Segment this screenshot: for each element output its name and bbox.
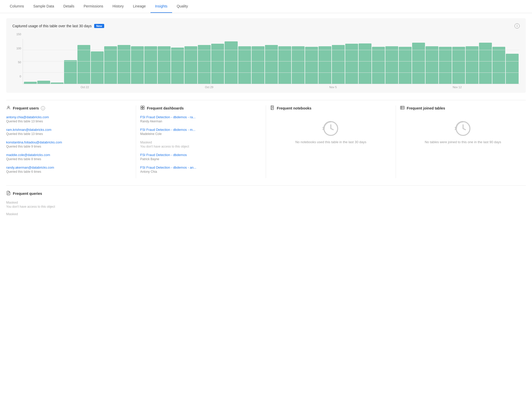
- bar-23[interactable]: [332, 45, 345, 84]
- chart-section: Captured usage of this table over the la…: [6, 18, 526, 93]
- bar-6[interactable]: [104, 46, 117, 84]
- bar-24[interactable]: [345, 44, 358, 84]
- dashboard-entry: FSI Fraud Detection - dbdemos - m... Mad…: [140, 128, 262, 136]
- bar-12[interactable]: [184, 46, 197, 84]
- user-entry: ram.krishnan@databricks.com Queried this…: [6, 128, 132, 136]
- dashboard-owner: Randy Akerman: [140, 120, 262, 123]
- bar-14[interactable]: [211, 44, 224, 84]
- x-label-nov12: Nov 12: [453, 86, 462, 89]
- bar-22[interactable]: [318, 46, 331, 84]
- tab-lineage[interactable]: Lineage: [128, 0, 150, 13]
- dashboards-list: FSI Fraud Detection - dbdemos - ra... Ra…: [140, 115, 262, 174]
- dashboard-name[interactable]: FSI Fraud Detection - dbdemos - m...: [140, 128, 262, 132]
- bar-31[interactable]: [439, 47, 452, 84]
- frequent-joined-tables-section: Frequent joined tables No tables were jo…: [396, 105, 526, 178]
- dashboard-name[interactable]: FSI Fraud Detection - dbdemos: [140, 153, 262, 157]
- bar-3[interactable]: [64, 60, 77, 84]
- bar-16[interactable]: [238, 46, 251, 84]
- chart-header: Captured usage of this table over the la…: [12, 23, 520, 29]
- bar-32[interactable]: [452, 47, 465, 84]
- bar-29[interactable]: [412, 43, 425, 84]
- bar-8[interactable]: [131, 46, 144, 84]
- query-masked-label: Masked: [6, 200, 526, 204]
- bar-27[interactable]: [385, 46, 398, 84]
- y-axis: 0 50 100 150: [12, 33, 23, 78]
- bar-7[interactable]: [118, 45, 130, 84]
- bar-0[interactable]: [24, 82, 37, 84]
- bar-2[interactable]: [51, 83, 64, 84]
- bar-4[interactable]: [77, 45, 90, 84]
- y-label-100: 100: [12, 47, 23, 50]
- user-query-count: Queried this table 8 times: [6, 157, 132, 161]
- svg-rect-4: [143, 108, 144, 110]
- bar-25[interactable]: [359, 43, 371, 84]
- dashboard-owner: Patrick Bayne: [140, 157, 262, 161]
- x-label-nov5: Nov 5: [329, 86, 337, 89]
- tab-bar: ColumnsSample DataDetailsPermissionsHist…: [0, 0, 532, 13]
- y-label-0: 0: [12, 75, 23, 78]
- bars-area: [23, 39, 520, 84]
- dashboard-icon: [140, 105, 145, 111]
- user-entry: konstantina.fotiadou@databricks.com Quer…: [6, 140, 132, 148]
- bar-17[interactable]: [252, 46, 264, 84]
- bar-18[interactable]: [265, 45, 278, 84]
- y-label-50: 50: [12, 61, 23, 64]
- svg-point-0: [8, 106, 9, 108]
- bar-30[interactable]: [425, 46, 438, 84]
- bar-13[interactable]: [198, 45, 211, 84]
- bar-28[interactable]: [399, 47, 412, 84]
- tab-details[interactable]: Details: [59, 0, 79, 13]
- query-entry: Masked: [6, 212, 526, 216]
- main-content: Captured usage of this table over the la…: [0, 13, 532, 225]
- frequent-joined-tables-title: Frequent joined tables: [407, 106, 445, 110]
- query-icon: [6, 191, 11, 196]
- bar-33[interactable]: [466, 46, 478, 84]
- joined-tables-empty-state: No tables were joined to this one in the…: [400, 115, 526, 150]
- user-email[interactable]: antony.chia@databricks.com: [6, 115, 132, 119]
- user-query-count: Queried this table 13 times: [6, 120, 132, 123]
- dashboard-no-access: You don't have access to this object: [140, 145, 262, 148]
- user-email[interactable]: randy.akerman@databricks.com: [6, 166, 132, 169]
- bar-21[interactable]: [305, 47, 318, 84]
- svg-rect-10: [401, 106, 404, 109]
- bar-15[interactable]: [225, 41, 237, 84]
- joined-tables-empty-text: No tables were joined to this one in the…: [425, 140, 501, 144]
- user-email[interactable]: konstantina.fotiadou@databricks.com: [6, 140, 132, 144]
- bar-35[interactable]: [492, 47, 505, 84]
- frequent-users-info-icon[interactable]: i: [41, 106, 45, 110]
- user-query-count: Queried this table 9 times: [6, 145, 132, 148]
- bar-9[interactable]: [144, 46, 157, 84]
- bar-1[interactable]: [37, 81, 50, 84]
- tab-history[interactable]: History: [108, 0, 128, 13]
- bar-36[interactable]: [506, 54, 519, 84]
- notebooks-empty-text: No notebooks used this table in the last…: [295, 140, 366, 144]
- svg-rect-1: [141, 106, 142, 107]
- chart-info-icon[interactable]: i: [515, 23, 520, 29]
- user-query-count: Queried this table 13 times: [6, 132, 132, 136]
- frequent-notebooks-title: Frequent notebooks: [277, 106, 312, 110]
- new-badge: New: [94, 24, 104, 28]
- tab-permissions[interactable]: Permissions: [79, 0, 108, 13]
- query-masked-label: Masked: [6, 212, 526, 216]
- bar-19[interactable]: [278, 46, 291, 84]
- tab-columns[interactable]: Columns: [5, 0, 29, 13]
- bar-10[interactable]: [158, 46, 171, 84]
- bar-11[interactable]: [171, 48, 184, 84]
- bar-34[interactable]: [479, 43, 492, 84]
- tab-quality[interactable]: Quality: [172, 0, 193, 13]
- tab-insights[interactable]: Insights: [150, 0, 172, 13]
- user-entry: randy.akerman@databricks.com Queried thi…: [6, 166, 132, 174]
- dashboard-owner: Madeleine Cole: [140, 132, 262, 136]
- dashboard-name[interactable]: FSI Fraud Detection - dbdemos - ra...: [140, 115, 262, 119]
- user-icon: [6, 105, 11, 111]
- bar-5[interactable]: [91, 51, 104, 84]
- dashboard-name[interactable]: FSI Fraud Detection - dbdemos - an...: [140, 166, 262, 169]
- user-email[interactable]: maddie.cole@databricks.com: [6, 153, 132, 157]
- user-email[interactable]: ram.krishnan@databricks.com: [6, 128, 132, 132]
- bar-26[interactable]: [372, 47, 385, 84]
- bar-20[interactable]: [292, 46, 305, 84]
- users-list: antony.chia@databricks.com Queried this …: [6, 115, 132, 174]
- frequent-notebooks-header: Frequent notebooks: [270, 105, 392, 111]
- tab-sample-data[interactable]: Sample Data: [29, 0, 59, 13]
- frequent-dashboards-title: Frequent dashboards: [147, 106, 184, 110]
